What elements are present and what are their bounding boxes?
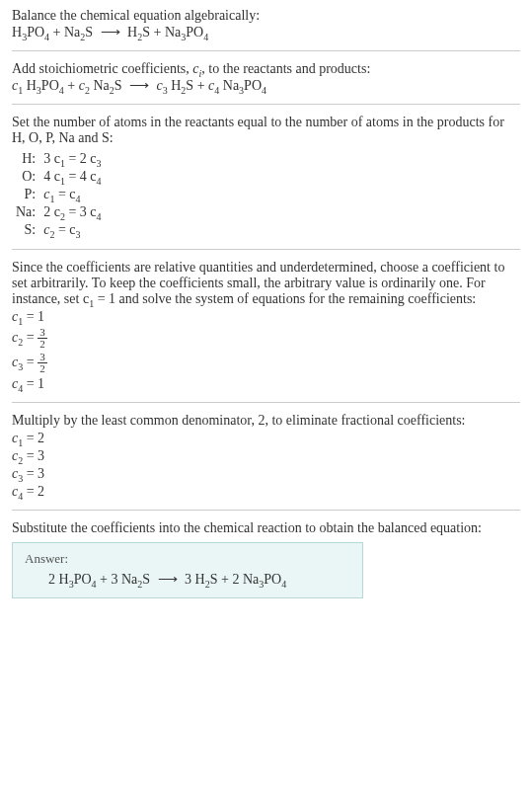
- coef-line: c3 = 32: [12, 352, 520, 374]
- reaction-arrow-icon: ⟶: [97, 25, 124, 40]
- section-atoms: Set the number of atoms in the reactants…: [12, 104, 520, 239]
- coef-line: c3 = 3: [12, 466, 520, 482]
- final-text: Substitute the coefficients into the che…: [12, 520, 520, 536]
- table-row: Na: 2 c2 = 3 c4: [12, 203, 106, 221]
- section-intro: Balance the chemical equation algebraica…: [12, 8, 520, 40]
- section-stoich: Add stoichiometric coefficients, ci, to …: [12, 50, 520, 94]
- table-row: S: c2 = c3: [12, 221, 106, 239]
- balance-eq: 3 c1 = 2 c3: [39, 150, 105, 168]
- balance-eq: c1 = c4: [39, 186, 105, 203]
- atoms-text: Set the number of atoms in the reactants…: [12, 115, 520, 146]
- section-choose: Since the coefficients are relative quan…: [12, 249, 520, 392]
- section-lcd: Multiply by the least common denominator…: [12, 402, 520, 500]
- answer-label: Answer:: [25, 551, 350, 567]
- reaction-arrow-icon: ⟶: [154, 572, 182, 587]
- element-label: O:: [12, 168, 39, 186]
- balance-eq: 4 c1 = 4 c4: [39, 168, 105, 186]
- coef-line: c4 = 2: [12, 484, 520, 500]
- balance-eq: 2 c2 = 3 c4: [39, 203, 105, 221]
- element-label: P:: [12, 186, 39, 203]
- balance-eq: c2 = c3: [39, 221, 105, 239]
- balanced-equation: 2 H3PO4 + 3 Na2S ⟶ 3 H2S + 2 Na3PO4: [25, 571, 350, 588]
- coef-line: c2 = 3: [12, 448, 520, 464]
- element-label: Na:: [12, 203, 39, 221]
- coef-line: c4 = 1: [12, 376, 520, 392]
- coef-line: c1 = 2: [12, 431, 520, 446]
- intro-text: Balance the chemical equation algebraica…: [12, 8, 520, 24]
- reaction-arrow-icon: ⟶: [125, 78, 153, 93]
- choose-text: Since the coefficients are relative quan…: [12, 260, 520, 307]
- answer-box: Answer: 2 H3PO4 + 3 Na2S ⟶ 3 H2S + 2 Na3…: [12, 542, 363, 598]
- section-final: Substitute the coefficients into the che…: [12, 510, 520, 598]
- atom-balance-table: H: 3 c1 = 2 c3 O: 4 c1 = 4 c4 P: c1 = c4…: [12, 150, 106, 239]
- table-row: P: c1 = c4: [12, 186, 106, 203]
- table-row: H: 3 c1 = 2 c3: [12, 150, 106, 168]
- element-label: S:: [12, 221, 39, 239]
- unbalanced-equation: H3PO4 + Na2S ⟶ H2S + Na3PO4: [12, 24, 520, 40]
- element-label: H:: [12, 150, 39, 168]
- coef-line: c2 = 32: [12, 327, 520, 350]
- coef-line: c1 = 1: [12, 309, 520, 325]
- lcd-text: Multiply by the least common denominator…: [12, 413, 520, 429]
- table-row: O: 4 c1 = 4 c4: [12, 168, 106, 186]
- stoich-text: Add stoichiometric coefficients, ci, to …: [12, 61, 520, 77]
- coefficient-equation: c1 H3PO4 + c2 Na2S ⟶ c3 H2S + c4 Na3PO4: [12, 77, 520, 94]
